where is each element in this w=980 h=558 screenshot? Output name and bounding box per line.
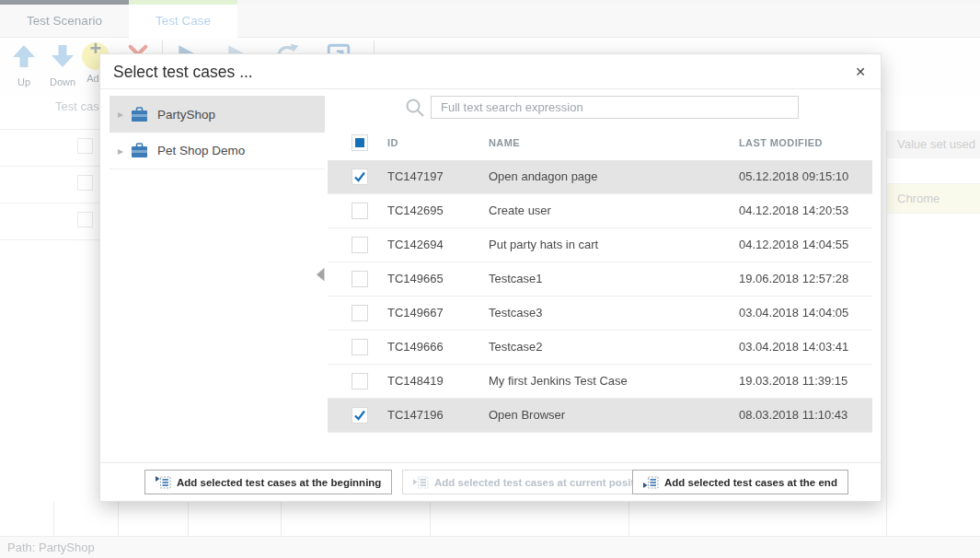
row-checkbox[interactable]: [352, 339, 368, 355]
add-at-beginning-button[interactable]: Add selected test cases at the beginning: [144, 470, 392, 494]
background-column-header-test-case: Test case: [55, 99, 106, 113]
application-window: Test Scenario Test Case Up Down + Add: [0, 0, 980, 558]
background-column-header-value-set: Value set used: [887, 131, 980, 158]
row-checkbox[interactable]: [352, 169, 368, 185]
table-body: TC147197Open andagon page05.12.2018 09:1…: [328, 160, 872, 433]
search-input[interactable]: [431, 96, 799, 119]
tab-test-scenario[interactable]: Test Scenario: [0, 5, 129, 38]
testcase-id: TC147196: [387, 399, 444, 432]
row-checkbox[interactable]: [352, 407, 368, 424]
testcase-last-modified: 08.03.2018 11:10:43: [739, 399, 847, 432]
insert-position-icon: [413, 476, 429, 489]
background-column-divider: [281, 502, 282, 536]
dialog-title-divider: [100, 88, 881, 89]
testcase-name: Open andagon page: [489, 160, 598, 193]
add-at-end-button[interactable]: Add selected test cases at the end: [632, 470, 848, 494]
background-cell-empty: [887, 158, 980, 184]
checkmark-icon: [352, 408, 367, 423]
caret-right-icon[interactable]: ▸: [118, 108, 131, 121]
testcase-id: TC142694: [387, 228, 444, 262]
testcase-id: TC149665: [387, 262, 444, 296]
caret-right-icon[interactable]: ▸: [118, 145, 131, 157]
footer-button-label: Add selected test cases at the end: [664, 477, 837, 488]
background-column-divider: [430, 502, 431, 536]
testcase-last-modified: 19.06.2018 12:57:28: [739, 262, 848, 296]
table-row[interactable]: TC147197Open andagon page05.12.2018 09:1…: [328, 160, 872, 194]
table-row[interactable]: TC149666Testcase203.04.2018 14:03:41: [328, 331, 872, 365]
testcase-name: Put party hats in cart: [489, 228, 598, 262]
background-column-divider: [628, 502, 629, 536]
table-row[interactable]: TC142694Put party hats in cart04.12.2018…: [328, 228, 872, 262]
panel-collapse-icon[interactable]: ◀: [317, 263, 324, 284]
project-toolbox-icon: [131, 107, 148, 122]
row-checkbox[interactable]: [352, 373, 368, 389]
indeterminate-mark-icon: [355, 138, 364, 147]
column-header-name: NAME: [489, 137, 520, 148]
insert-position-icon: [156, 476, 171, 489]
row-checkbox[interactable]: [352, 305, 368, 321]
testcase-last-modified: 03.04.2018 14:03:41: [739, 331, 848, 364]
arrow-down-icon: [49, 42, 76, 70]
testcase-id: TC149667: [387, 296, 444, 330]
project-toolbox-icon: [131, 143, 148, 158]
testcase-id: TC147197: [387, 160, 444, 193]
testcase-last-modified: 04.12.2018 14:04:55: [739, 228, 848, 262]
insert-position-icon: [643, 476, 659, 489]
row-checkbox[interactable]: [352, 271, 368, 287]
testcase-name: Open Browser: [489, 399, 565, 432]
testcase-last-modified: 03.04.2018 14:04:05: [739, 296, 848, 330]
background-row-checkbox: [77, 138, 93, 154]
select-all-checkbox[interactable]: [352, 134, 368, 151]
project-tree: ▸PartyShop▸Pet Shop Demo: [110, 96, 325, 169]
tab-bar: Test Scenario Test Case: [0, 5, 980, 38]
row-checkbox[interactable]: [352, 203, 368, 219]
background-column-divider: [53, 502, 54, 536]
arrow-up-icon: [10, 42, 38, 70]
tree-item-partyshop[interactable]: ▸PartyShop: [110, 96, 325, 133]
testcase-id: TC149666: [387, 331, 444, 364]
status-bar: Path: PartyShop: [0, 536, 980, 558]
background-cell-chrome: Chrome: [887, 184, 980, 214]
move-up-button[interactable]: Up: [4, 42, 44, 87]
move-up-label: Up: [4, 76, 44, 87]
testcase-last-modified: 04.12.2018 14:20:53: [739, 194, 848, 227]
add-at-current-position-button[interactable]: Add selected test cases at current posit…: [402, 470, 662, 494]
testcase-name: Testcase1: [489, 262, 543, 296]
column-header-id: ID: [387, 137, 398, 148]
test-case-table: ID NAME LAST MODIFIED TC147197Open andag…: [328, 130, 872, 433]
testcase-name: My first Jenkins Test Case: [489, 365, 628, 398]
footer-button-label: Add selected test cases at current posit…: [434, 477, 651, 488]
background-column-divider: [188, 502, 189, 536]
tree-item-label: Pet Shop Demo: [157, 144, 245, 157]
row-checkbox[interactable]: [352, 237, 368, 253]
tree-item-pet-shop-demo[interactable]: ▸Pet Shop Demo: [110, 133, 325, 169]
table-row[interactable]: TC147196Open Browser08.03.2018 11:10:43: [328, 399, 872, 433]
checkmark-icon: [352, 169, 367, 184]
table-row[interactable]: TC148419My first Jenkins Test Case19.03.…: [328, 365, 872, 399]
footer-button-label: Add selected test cases at the beginning: [177, 477, 381, 488]
dialog-footer-divider: [100, 462, 881, 463]
testcase-last-modified: 19.03.2018 11:39:15: [739, 365, 847, 398]
close-icon[interactable]: ✕: [851, 63, 870, 81]
table-header-row: ID NAME LAST MODIFIED: [328, 130, 872, 160]
table-row[interactable]: TC149667Testcase303.04.2018 14:04:05: [328, 296, 872, 331]
background-row-checkbox: [77, 212, 93, 227]
search-icon: [404, 97, 426, 119]
select-test-cases-dialog: Select test cases ... ✕ ▸PartyShop▸Pet S…: [99, 53, 882, 502]
background-row-checkbox: [77, 175, 93, 191]
tab-test-case[interactable]: Test Case: [129, 5, 237, 39]
column-header-last-modified: LAST MODIFIED: [739, 137, 823, 148]
testcase-last-modified: 05.12.2018 09:15:10: [739, 160, 848, 193]
status-path-text: Path: PartyShop: [7, 541, 95, 554]
background-column-divider: [118, 502, 119, 536]
testcase-name: Testcase2: [489, 331, 543, 364]
testcase-id: TC148419: [387, 365, 444, 398]
testcase-name: Testcase3: [489, 296, 543, 330]
dialog-title: Select test cases ...: [113, 54, 253, 89]
table-row[interactable]: TC142695Create user04.12.2018 14:20:53: [328, 194, 872, 228]
tree-item-label: PartyShop: [157, 108, 215, 122]
testcase-id: TC142695: [387, 194, 444, 227]
testcase-name: Create user: [489, 194, 551, 227]
table-row[interactable]: TC149665Testcase119.06.2018 12:57:28: [328, 262, 872, 296]
